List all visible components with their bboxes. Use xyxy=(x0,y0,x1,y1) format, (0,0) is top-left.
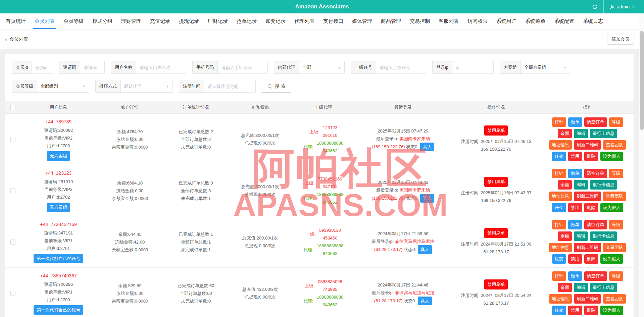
action-button-编辑[interactable]: 编辑 xyxy=(574,129,588,138)
action-button-刷新二维码[interactable]: 刷新二维码 xyxy=(574,294,601,304)
action-button-清空订单[interactable]: 清空订单 xyxy=(584,117,607,127)
filter-select-内部代理[interactable]: 全部▼ xyxy=(299,61,344,73)
action-button-删除[interactable]: 删除 xyxy=(584,254,598,264)
action-button-设为假人[interactable]: 设为假人 xyxy=(600,254,623,264)
nav-item-9[interactable]: 抢单记录 xyxy=(233,13,260,29)
action-button-刷新二维码[interactable]: 刷新二维码 xyxy=(574,243,601,252)
nav-item-11[interactable]: 代理列表 xyxy=(291,13,318,29)
nav-item-17[interactable]: 访问权限 xyxy=(464,13,491,29)
filter-input-登录ip[interactable] xyxy=(452,61,493,73)
real-person-button[interactable]: 真人 xyxy=(418,297,432,305)
action-button-打针[interactable]: 打针 xyxy=(552,117,566,127)
nav-item-12[interactable]: 支付接口 xyxy=(320,13,347,29)
action-button-编辑[interactable]: 编辑 xyxy=(574,283,588,292)
action-button-地址信息[interactable]: 地址信息 xyxy=(549,140,572,150)
action-button-地址信息[interactable]: 地址信息 xyxy=(549,192,572,201)
nav-item-19[interactable]: 系统菜单 xyxy=(522,13,549,29)
nav-item-2[interactable]: 会员列表 xyxy=(31,13,58,29)
action-button-设为假人[interactable]: 设为假人 xyxy=(600,306,623,315)
nav-item-1[interactable]: 首页统计 xyxy=(2,13,29,29)
action-button-余额[interactable]: 余额 xyxy=(558,180,572,190)
action-button-查看团队[interactable]: 查看团队 xyxy=(603,243,626,252)
real-person-button[interactable]: 真人 xyxy=(420,143,434,151)
action-button-等级[interactable]: 等级 xyxy=(609,169,623,178)
action-button-查看团队[interactable]: 查看团队 xyxy=(603,192,626,201)
disable-brushing-button[interactable]: 禁用刷单 xyxy=(484,279,508,289)
action-button-清空订单[interactable]: 清空订单 xyxy=(584,220,607,229)
action-button-账变[interactable]: 账变 xyxy=(552,306,566,315)
action-button-禁用[interactable]: 禁用 xyxy=(568,254,582,264)
filter-input-邀请码[interactable] xyxy=(80,61,104,73)
disable-brushing-button[interactable]: 禁用刷单 xyxy=(484,125,508,136)
nav-item-10[interactable]: 账变记录 xyxy=(262,13,289,29)
action-button-等级[interactable]: 等级 xyxy=(609,220,623,229)
filter-select-方案组[interactable]: 全部方案组▼ xyxy=(521,61,570,73)
action-button-账变[interactable]: 账变 xyxy=(552,203,566,212)
action-button-设为假人[interactable]: 设为假人 xyxy=(600,203,623,212)
refresh-button[interactable] xyxy=(587,0,603,13)
nav-item-14[interactable]: 商品管理 xyxy=(378,13,404,29)
action-button-设为假人[interactable]: 设为假人 xyxy=(600,152,623,161)
nav-item-20[interactable]: 系统配置 xyxy=(551,13,578,29)
action-button-等级[interactable]: 等级 xyxy=(609,117,623,127)
action-button-编辑[interactable]: 编辑 xyxy=(574,180,588,190)
action-button-银行卡信息[interactable]: 银行卡信息 xyxy=(590,283,617,292)
nav-item-18[interactable]: 系统用户 xyxy=(493,13,520,29)
filter-select-排序方式[interactable]: 默认排序▼ xyxy=(121,80,172,92)
nav-item-7[interactable]: 提现记录 xyxy=(176,13,202,29)
action-button-清空订单[interactable]: 清空订单 xyxy=(584,169,607,178)
search-button[interactable]: 搜 索 xyxy=(262,80,291,93)
action-button-银行卡信息[interactable]: 银行卡信息 xyxy=(590,129,617,138)
action-button-删除[interactable]: 删除 xyxy=(584,152,598,161)
filter-input-会员id[interactable] xyxy=(32,61,53,73)
scrollbar-thumb[interactable] xyxy=(640,31,644,130)
user-plan-tag-button[interactable]: 无方案组 xyxy=(47,151,70,161)
nav-item-6[interactable]: 充值记录 xyxy=(147,13,174,29)
action-button-刷新二维码[interactable]: 刷新二维码 xyxy=(574,140,601,150)
filter-input-注册时间[interactable] xyxy=(204,80,255,92)
action-button-打针[interactable]: 打针 xyxy=(552,220,566,229)
nav-item-4[interactable]: 模式分组 xyxy=(89,13,116,29)
row-checkbox[interactable] xyxy=(10,240,15,245)
add-member-button[interactable]: 添加会员 xyxy=(607,34,634,45)
select-all-checkbox[interactable] xyxy=(10,105,15,110)
user-plan-tag-button[interactable]: 第一次代打自己的账号 xyxy=(34,305,83,315)
filter-input-用户名称[interactable] xyxy=(136,61,186,73)
action-button-做单[interactable]: 做单 xyxy=(568,271,582,281)
action-button-刷新二维码[interactable]: 刷新二维码 xyxy=(574,192,601,201)
action-button-删除[interactable]: 删除 xyxy=(584,203,598,212)
action-button-打针[interactable]: 打针 xyxy=(552,271,566,281)
row-checkbox[interactable] xyxy=(10,291,15,296)
action-button-禁用[interactable]: 禁用 xyxy=(568,203,582,212)
row-checkbox[interactable] xyxy=(10,137,15,142)
action-button-地址信息[interactable]: 地址信息 xyxy=(549,294,572,304)
nav-item-15[interactable]: 交易控制 xyxy=(406,13,433,29)
filter-input-上级账号[interactable] xyxy=(376,61,426,73)
row-checkbox[interactable] xyxy=(10,188,15,193)
nav-item-13[interactable]: 媒体管理 xyxy=(349,13,376,29)
action-button-等级[interactable]: 等级 xyxy=(609,271,623,281)
user-plan-tag-button[interactable]: 第一次代打自己的账号 xyxy=(34,254,83,263)
action-button-做单[interactable]: 做单 xyxy=(568,169,582,178)
action-button-余额[interactable]: 余额 xyxy=(558,231,572,241)
nav-item-5[interactable]: 理财管理 xyxy=(118,13,145,29)
disable-brushing-button[interactable]: 禁用刷单 xyxy=(484,228,508,238)
filter-select-会员等级[interactable]: 全部级别▼ xyxy=(37,80,89,92)
action-button-打针[interactable]: 打针 xyxy=(552,169,566,178)
nav-item-16[interactable]: 客服列表 xyxy=(435,13,462,29)
user-plan-tag-button[interactable]: 无方案组 xyxy=(47,203,70,212)
nav-item-21[interactable]: 系统日志 xyxy=(580,13,606,29)
admin-menu[interactable]: admin xyxy=(604,0,644,13)
action-button-查看团队[interactable]: 查看团队 xyxy=(603,140,626,150)
real-person-button[interactable]: 真人 xyxy=(418,245,432,254)
nav-item-3[interactable]: 会员等级 xyxy=(60,13,87,29)
disable-brushing-button[interactable]: 禁用刷单 xyxy=(484,177,508,187)
filter-input-手机号码[interactable] xyxy=(218,61,267,73)
action-button-余额[interactable]: 余额 xyxy=(558,283,572,292)
action-button-删除[interactable]: 删除 xyxy=(584,306,598,315)
action-button-地址信息[interactable]: 地址信息 xyxy=(549,243,572,252)
action-button-禁用[interactable]: 禁用 xyxy=(568,152,582,161)
action-button-清空订单[interactable]: 清空订单 xyxy=(584,271,607,281)
nav-item-8[interactable]: 理财记录 xyxy=(204,13,231,29)
action-button-账变[interactable]: 账变 xyxy=(552,152,566,161)
